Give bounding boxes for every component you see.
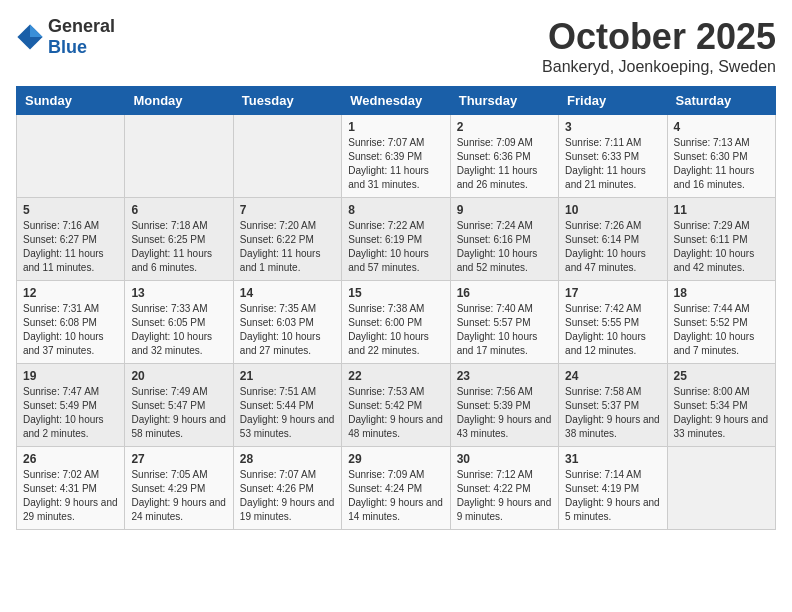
day-number: 7	[240, 203, 335, 217]
day-number: 15	[348, 286, 443, 300]
day-info: Sunrise: 7:18 AMSunset: 6:25 PMDaylight:…	[131, 220, 212, 273]
calendar-header-saturday: Saturday	[667, 87, 775, 115]
day-info: Sunrise: 8:00 AMSunset: 5:34 PMDaylight:…	[674, 386, 769, 439]
calendar-cell: 13 Sunrise: 7:33 AMSunset: 6:05 PMDaylig…	[125, 281, 233, 364]
calendar-cell: 29 Sunrise: 7:09 AMSunset: 4:24 PMDaylig…	[342, 447, 450, 530]
calendar-cell: 11 Sunrise: 7:29 AMSunset: 6:11 PMDaylig…	[667, 198, 775, 281]
day-number: 4	[674, 120, 769, 134]
calendar-cell: 31 Sunrise: 7:14 AMSunset: 4:19 PMDaylig…	[559, 447, 667, 530]
calendar-cell: 30 Sunrise: 7:12 AMSunset: 4:22 PMDaylig…	[450, 447, 558, 530]
calendar-cell: 15 Sunrise: 7:38 AMSunset: 6:00 PMDaylig…	[342, 281, 450, 364]
calendar-header-thursday: Thursday	[450, 87, 558, 115]
calendar-cell: 28 Sunrise: 7:07 AMSunset: 4:26 PMDaylig…	[233, 447, 341, 530]
calendar-cell: 20 Sunrise: 7:49 AMSunset: 5:47 PMDaylig…	[125, 364, 233, 447]
day-info: Sunrise: 7:12 AMSunset: 4:22 PMDaylight:…	[457, 469, 552, 522]
location-title: Bankeryd, Joenkoeping, Sweden	[542, 58, 776, 76]
day-number: 14	[240, 286, 335, 300]
calendar-header-tuesday: Tuesday	[233, 87, 341, 115]
calendar-cell: 27 Sunrise: 7:05 AMSunset: 4:29 PMDaylig…	[125, 447, 233, 530]
calendar-cell: 9 Sunrise: 7:24 AMSunset: 6:16 PMDayligh…	[450, 198, 558, 281]
day-number: 30	[457, 452, 552, 466]
day-number: 22	[348, 369, 443, 383]
day-info: Sunrise: 7:29 AMSunset: 6:11 PMDaylight:…	[674, 220, 755, 273]
day-number: 9	[457, 203, 552, 217]
calendar-cell: 19 Sunrise: 7:47 AMSunset: 5:49 PMDaylig…	[17, 364, 125, 447]
day-info: Sunrise: 7:51 AMSunset: 5:44 PMDaylight:…	[240, 386, 335, 439]
calendar-cell: 12 Sunrise: 7:31 AMSunset: 6:08 PMDaylig…	[17, 281, 125, 364]
calendar-header-row: SundayMondayTuesdayWednesdayThursdayFrid…	[17, 87, 776, 115]
title-block: October 2025 Bankeryd, Joenkoeping, Swed…	[542, 16, 776, 76]
day-number: 28	[240, 452, 335, 466]
month-title: October 2025	[542, 16, 776, 58]
day-info: Sunrise: 7:58 AMSunset: 5:37 PMDaylight:…	[565, 386, 660, 439]
calendar-header-sunday: Sunday	[17, 87, 125, 115]
day-info: Sunrise: 7:49 AMSunset: 5:47 PMDaylight:…	[131, 386, 226, 439]
calendar-week-2: 5 Sunrise: 7:16 AMSunset: 6:27 PMDayligh…	[17, 198, 776, 281]
calendar-week-3: 12 Sunrise: 7:31 AMSunset: 6:08 PMDaylig…	[17, 281, 776, 364]
day-number: 26	[23, 452, 118, 466]
day-info: Sunrise: 7:07 AMSunset: 4:26 PMDaylight:…	[240, 469, 335, 522]
calendar-cell: 1 Sunrise: 7:07 AMSunset: 6:39 PMDayligh…	[342, 115, 450, 198]
calendar-cell: 17 Sunrise: 7:42 AMSunset: 5:55 PMDaylig…	[559, 281, 667, 364]
day-number: 16	[457, 286, 552, 300]
calendar-cell: 22 Sunrise: 7:53 AMSunset: 5:42 PMDaylig…	[342, 364, 450, 447]
day-info: Sunrise: 7:14 AMSunset: 4:19 PMDaylight:…	[565, 469, 660, 522]
day-number: 29	[348, 452, 443, 466]
day-number: 6	[131, 203, 226, 217]
day-info: Sunrise: 7:11 AMSunset: 6:33 PMDaylight:…	[565, 137, 646, 190]
day-info: Sunrise: 7:16 AMSunset: 6:27 PMDaylight:…	[23, 220, 104, 273]
day-number: 23	[457, 369, 552, 383]
day-info: Sunrise: 7:38 AMSunset: 6:00 PMDaylight:…	[348, 303, 429, 356]
page-header: General Blue October 2025 Bankeryd, Joen…	[16, 16, 776, 76]
calendar-table: SundayMondayTuesdayWednesdayThursdayFrid…	[16, 86, 776, 530]
day-number: 8	[348, 203, 443, 217]
day-info: Sunrise: 7:42 AMSunset: 5:55 PMDaylight:…	[565, 303, 646, 356]
logo-icon	[16, 23, 44, 51]
svg-marker-1	[30, 24, 43, 37]
calendar-cell: 14 Sunrise: 7:35 AMSunset: 6:03 PMDaylig…	[233, 281, 341, 364]
day-number: 5	[23, 203, 118, 217]
day-info: Sunrise: 7:44 AMSunset: 5:52 PMDaylight:…	[674, 303, 755, 356]
calendar-cell: 26 Sunrise: 7:02 AMSunset: 4:31 PMDaylig…	[17, 447, 125, 530]
day-info: Sunrise: 7:26 AMSunset: 6:14 PMDaylight:…	[565, 220, 646, 273]
calendar-cell: 18 Sunrise: 7:44 AMSunset: 5:52 PMDaylig…	[667, 281, 775, 364]
day-info: Sunrise: 7:40 AMSunset: 5:57 PMDaylight:…	[457, 303, 538, 356]
logo-blue: Blue	[48, 37, 87, 57]
calendar-cell	[17, 115, 125, 198]
day-number: 13	[131, 286, 226, 300]
day-number: 1	[348, 120, 443, 134]
calendar-cell	[667, 447, 775, 530]
calendar-cell: 2 Sunrise: 7:09 AMSunset: 6:36 PMDayligh…	[450, 115, 558, 198]
day-info: Sunrise: 7:24 AMSunset: 6:16 PMDaylight:…	[457, 220, 538, 273]
day-info: Sunrise: 7:22 AMSunset: 6:19 PMDaylight:…	[348, 220, 429, 273]
calendar-header-wednesday: Wednesday	[342, 87, 450, 115]
day-number: 20	[131, 369, 226, 383]
day-info: Sunrise: 7:09 AMSunset: 4:24 PMDaylight:…	[348, 469, 443, 522]
day-number: 31	[565, 452, 660, 466]
calendar-week-5: 26 Sunrise: 7:02 AMSunset: 4:31 PMDaylig…	[17, 447, 776, 530]
day-info: Sunrise: 7:53 AMSunset: 5:42 PMDaylight:…	[348, 386, 443, 439]
calendar-week-4: 19 Sunrise: 7:47 AMSunset: 5:49 PMDaylig…	[17, 364, 776, 447]
day-info: Sunrise: 7:47 AMSunset: 5:49 PMDaylight:…	[23, 386, 104, 439]
calendar-cell: 10 Sunrise: 7:26 AMSunset: 6:14 PMDaylig…	[559, 198, 667, 281]
day-number: 3	[565, 120, 660, 134]
day-number: 18	[674, 286, 769, 300]
day-number: 11	[674, 203, 769, 217]
day-number: 2	[457, 120, 552, 134]
calendar-cell: 7 Sunrise: 7:20 AMSunset: 6:22 PMDayligh…	[233, 198, 341, 281]
calendar-cell: 8 Sunrise: 7:22 AMSunset: 6:19 PMDayligh…	[342, 198, 450, 281]
day-number: 21	[240, 369, 335, 383]
logo: General Blue	[16, 16, 115, 58]
calendar-cell: 5 Sunrise: 7:16 AMSunset: 6:27 PMDayligh…	[17, 198, 125, 281]
day-info: Sunrise: 7:07 AMSunset: 6:39 PMDaylight:…	[348, 137, 429, 190]
day-info: Sunrise: 7:13 AMSunset: 6:30 PMDaylight:…	[674, 137, 755, 190]
calendar-cell: 21 Sunrise: 7:51 AMSunset: 5:44 PMDaylig…	[233, 364, 341, 447]
logo-text: General Blue	[48, 16, 115, 58]
day-number: 27	[131, 452, 226, 466]
day-info: Sunrise: 7:31 AMSunset: 6:08 PMDaylight:…	[23, 303, 104, 356]
day-number: 25	[674, 369, 769, 383]
day-info: Sunrise: 7:02 AMSunset: 4:31 PMDaylight:…	[23, 469, 118, 522]
calendar-cell: 16 Sunrise: 7:40 AMSunset: 5:57 PMDaylig…	[450, 281, 558, 364]
calendar-cell	[233, 115, 341, 198]
day-number: 24	[565, 369, 660, 383]
